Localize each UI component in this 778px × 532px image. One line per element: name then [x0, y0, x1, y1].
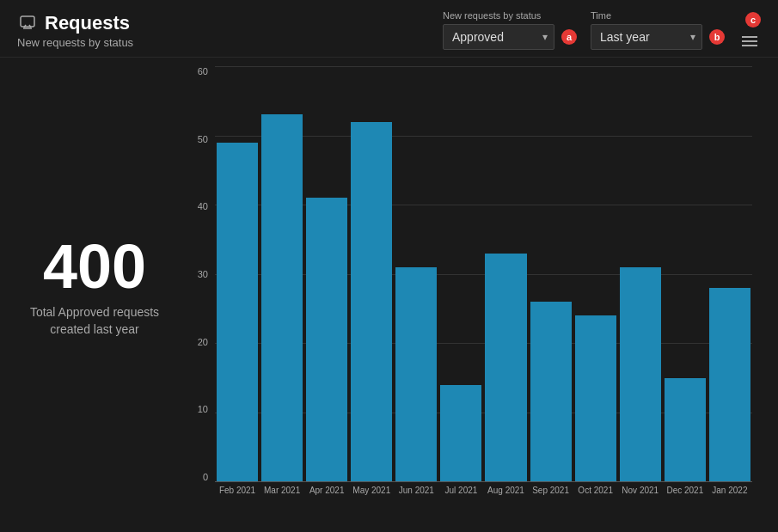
requests-icon — [17, 13, 38, 34]
hamburger-menu-icon[interactable] — [738, 33, 761, 50]
y-axis: 6050403020100 — [189, 66, 215, 508]
y-axis-label: 30 — [198, 269, 208, 279]
bar — [440, 385, 481, 482]
page-subtitle: New requests by status — [17, 36, 133, 49]
bar — [709, 288, 750, 482]
bar — [485, 254, 526, 482]
bar-group — [709, 66, 750, 482]
y-axis-label: 0 — [203, 472, 208, 482]
x-axis-label: Nov 2021 — [620, 486, 661, 495]
time-filter-row: Last year Last month Last week b — [591, 24, 725, 50]
y-axis-label: 50 — [198, 134, 208, 144]
time-select[interactable]: Last year Last month Last week — [591, 24, 702, 50]
x-axis-label: Sep 2021 — [530, 486, 572, 495]
bar — [306, 198, 347, 482]
bar — [217, 143, 258, 482]
grid-and-bars: Feb 2021Mar 2021Apr 2021May 2021Jun 2021… — [215, 66, 752, 508]
bar-group — [575, 66, 616, 482]
x-axis-label: Aug 2021 — [485, 486, 526, 495]
bar — [575, 315, 616, 482]
header-left: Requests New requests by status — [17, 12, 133, 49]
status-filter-label: New requests by status — [443, 10, 577, 21]
status-filter-group: New requests by status Approved Pending … — [443, 10, 577, 50]
summary-description: Total Approved requests created last yea… — [17, 304, 172, 338]
badge-a: a — [561, 29, 577, 45]
menu-icon-area: c — [738, 12, 761, 50]
time-filter-label: Time — [591, 10, 725, 21]
x-axis-label: May 2021 — [351, 486, 392, 495]
bar — [665, 378, 706, 482]
total-count: 400 — [43, 235, 146, 297]
main-content: 400 Total Approved requests created last… — [0, 58, 778, 517]
menu-line-1 — [742, 36, 757, 38]
y-axis-label: 20 — [198, 337, 208, 347]
bar — [261, 114, 303, 482]
bars-area — [215, 66, 752, 482]
x-axis-label: Oct 2021 — [575, 486, 616, 495]
x-axis-label: Apr 2021 — [306, 486, 347, 495]
time-select-wrapper[interactable]: Last year Last month Last week — [591, 24, 702, 50]
bar — [351, 122, 392, 482]
bar — [620, 267, 661, 482]
x-axis-label: Dec 2021 — [665, 486, 706, 495]
chart-inner: Feb 2021Mar 2021Apr 2021May 2021Jun 2021… — [215, 66, 752, 508]
bar-group — [440, 66, 481, 482]
bar-group — [485, 66, 526, 482]
bar-group — [261, 66, 303, 482]
x-axis-label: Mar 2021 — [261, 486, 303, 495]
badge-c: c — [745, 12, 761, 28]
x-axis-label: Jul 2021 — [440, 486, 481, 495]
status-select[interactable]: Approved Pending Rejected — [443, 24, 554, 50]
status-filter-row: Approved Pending Rejected a — [443, 24, 577, 50]
svg-rect-0 — [21, 16, 34, 27]
bar — [395, 267, 437, 482]
menu-line-2 — [742, 40, 757, 42]
bar — [530, 302, 572, 482]
x-axis-label: Jun 2021 — [395, 486, 437, 495]
status-select-wrapper[interactable]: Approved Pending Rejected — [443, 24, 554, 50]
bar-group — [395, 66, 437, 482]
bar-group — [217, 66, 258, 482]
title-row: Requests — [17, 12, 133, 34]
bar-group — [665, 66, 706, 482]
y-axis-label: 10 — [198, 404, 208, 414]
x-axis-label: Feb 2021 — [217, 486, 258, 495]
bar-group — [351, 66, 392, 482]
bar-group — [306, 66, 347, 482]
bar-group — [620, 66, 661, 482]
y-axis-label: 60 — [198, 66, 208, 76]
page-header: Requests New requests by status New requ… — [0, 0, 778, 58]
x-axis: Feb 2021Mar 2021Apr 2021May 2021Jun 2021… — [215, 482, 752, 508]
x-axis-label: Jan 2022 — [709, 486, 750, 495]
badge-b: b — [709, 29, 725, 45]
page-title: Requests — [45, 12, 130, 34]
bar-group — [530, 66, 572, 482]
y-axis-label: 40 — [198, 201, 208, 211]
summary-panel: 400 Total Approved requests created last… — [0, 66, 189, 508]
time-filter-group: Time Last year Last month Last week b — [591, 10, 725, 50]
chart-area: 6050403020100 Feb 2021Mar 2021Apr 2021Ma… — [189, 66, 761, 508]
chart-container: 6050403020100 Feb 2021Mar 2021Apr 2021Ma… — [189, 66, 752, 508]
menu-line-3 — [742, 45, 757, 46]
header-right: New requests by status Approved Pending … — [443, 10, 761, 50]
